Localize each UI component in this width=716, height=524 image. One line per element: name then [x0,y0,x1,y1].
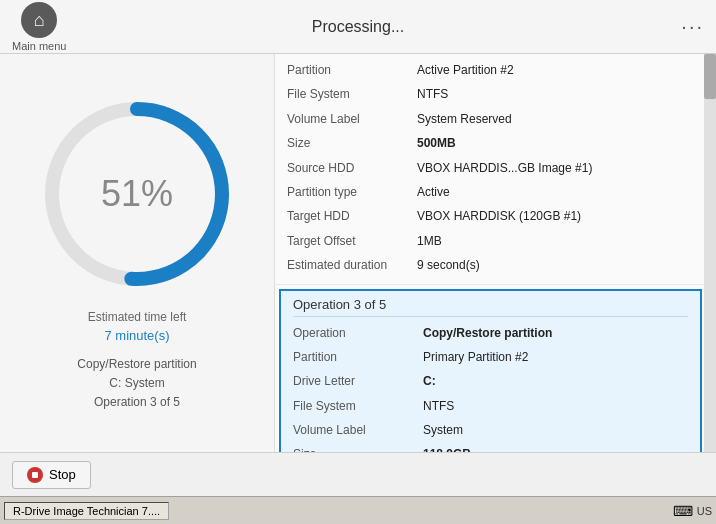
stop-icon [27,467,43,483]
percent-label: 51% [101,173,173,214]
value-fs2: NTFS [423,396,454,416]
label-volumelabel: Volume Label [287,109,417,129]
circle-center: 51% [101,173,173,215]
label-partition: Partition [287,60,417,80]
detail-row: Estimated duration 9 second(s) [287,253,696,277]
label-vol2: Volume Label [293,420,423,440]
left-panel: 51% Estimated time left 7 minute(s) Copy… [0,54,275,452]
op-line2: C: System [77,374,196,393]
value-partition: Active Partition #2 [417,60,514,80]
value-targetoffset: 1MB [417,231,442,251]
value-sourcehdd: VBOX HARDDIS...GB Image #1) [417,158,592,178]
label-sourcehdd: Source HDD [287,158,417,178]
label-size2: Size [293,444,423,452]
main-menu-label: Main menu [12,40,66,52]
label-fs2: File System [293,396,423,416]
main-menu-button[interactable]: ⌂ Main menu [12,2,66,52]
label-filesystem: File System [287,84,417,104]
app-logo: ⌂ [21,2,57,38]
value-estduration: 9 second(s) [417,255,480,275]
value-parttype: Active [417,182,450,202]
label-part2: Partition [293,347,423,367]
detail-row: Target Offset 1MB [287,229,696,253]
value-targethdd: VBOX HARDDISK (120GB #1) [417,206,581,226]
stop-icon-inner [32,472,38,478]
operation-info: Copy/Restore partition C: System Operati… [77,355,196,413]
scrollbar-track[interactable] [704,54,716,452]
value-size2: 118.9GB [423,444,471,452]
keyboard-icon: ⌨ [673,503,693,519]
label-targetoffset: Target Offset [287,231,417,251]
estimated-time-label: Estimated time left [88,310,187,324]
stop-label: Stop [49,467,76,482]
label-parttype: Partition type [287,182,417,202]
more-options-button[interactable]: ··· [681,15,704,38]
right-panel[interactable]: Partition Active Partition #2 File Syste… [275,54,716,452]
label-estduration: Estimated duration [287,255,417,275]
detail-row: Operation Copy/Restore partition [293,321,688,345]
detail-row: Volume Label System Reserved [287,107,696,131]
operation-header-label: Operation 3 of 5 [293,297,688,317]
language-indicator: US [697,505,712,517]
detail-row: File System NTFS [287,82,696,106]
taskbar-right: ⌨ US [673,503,712,519]
value-vol2: System [423,420,463,440]
label-size: Size [287,133,417,153]
detail-row: File System NTFS [293,394,688,418]
estimated-time-value: 7 minute(s) [104,328,169,343]
scrollbar-thumb[interactable] [704,54,716,99]
taskbar: R-Drive Image Technician 7.... ⌨ US [0,496,716,524]
op-line1: Copy/Restore partition [77,355,196,374]
section-previous: Partition Active Partition #2 File Syste… [275,54,716,285]
label-op: Operation [293,323,423,343]
detail-row: Target HDD VBOX HARDDISK (120GB #1) [287,204,696,228]
detail-row: Partition Active Partition #2 [287,58,696,82]
header: ⌂ Main menu Processing... ··· [0,0,716,54]
value-size: 500MB [417,133,456,153]
label-driveletter: Drive Letter [293,371,423,391]
main-content: 51% Estimated time left 7 minute(s) Copy… [0,54,716,452]
progress-circle: 51% [37,94,237,294]
value-filesystem: NTFS [417,84,448,104]
label-targethdd: Target HDD [287,206,417,226]
value-part2: Primary Partition #2 [423,347,528,367]
detail-row: Drive Letter C: [293,369,688,393]
footer: Stop [0,452,716,496]
highlighted-section: Operation 3 of 5 Operation Copy/Restore … [279,289,702,452]
detail-row: Partition type Active [287,180,696,204]
value-op: Copy/Restore partition [423,323,552,343]
value-volumelabel: System Reserved [417,109,512,129]
page-title: Processing... [312,18,404,36]
home-icon: ⌂ [34,11,45,29]
op-line3: Operation 3 of 5 [77,393,196,412]
stop-button[interactable]: Stop [12,461,91,489]
detail-row: Size 500MB [287,131,696,155]
value-driveletter: C: [423,371,436,391]
taskbar-app-button[interactable]: R-Drive Image Technician 7.... [4,502,169,520]
detail-row: Size 118.9GB [293,442,688,452]
detail-row: Volume Label System [293,418,688,442]
detail-row: Partition Primary Partition #2 [293,345,688,369]
detail-row: Source HDD VBOX HARDDIS...GB Image #1) [287,156,696,180]
